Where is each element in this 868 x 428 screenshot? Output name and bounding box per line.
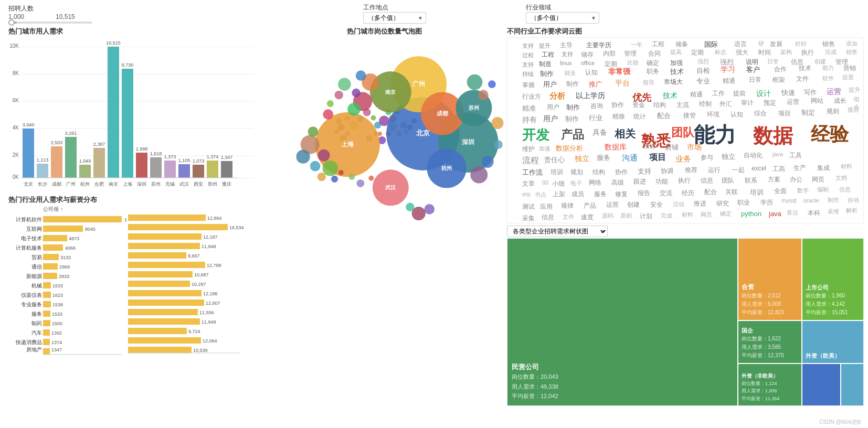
word-ceshi: 测试 [522,202,535,211]
word-wenzhang: 文章 [522,179,535,188]
word-peihe2: 配合 [704,188,717,197]
treemap-dropdown[interactable]: 各类型企业招聘需求树状图 [507,226,608,237]
svg-point-230 [424,204,435,215]
word-shengchan: 生产 [793,164,806,173]
svg-text:成都: 成都 [52,181,61,187]
treemap-cell-stat2: 用人需求：49,338 [512,382,733,392]
word-shenjia: 审计 [741,99,754,108]
word-fasong: 发展 [770,40,782,49]
word-zijin: 自检 [696,66,710,76]
svg-rect-124 [128,262,205,268]
word-zhichi4: 精通 [690,90,703,99]
svg-text:深圳: 深圳 [137,181,146,187]
word-dongzuo: 定期 [691,48,704,57]
svg-text:计算机软件: 计算机软件 [16,217,42,222]
svg-text:3,940: 3,940 [23,122,35,127]
word-support: 支持 [522,42,534,50]
word-guocheng: 过程 [522,51,534,59]
word-quyi: 确定 [647,59,659,68]
svg-point-200 [323,160,338,176]
word-huanjing: 环境 [707,110,719,119]
svg-text:深圳: 深圳 [462,138,474,145]
svg-rect-86 [43,301,51,307]
word-jishu2: 支持 [522,61,534,69]
word-biaozhun: 标志 [715,48,726,56]
word-zhizhi: 制作 [566,80,579,89]
slider-thumb[interactable] [8,19,15,26]
svg-text:3,261: 3,261 [65,131,77,136]
bubble-chart-area: 北京 上海 广州 深圳 成都 南京 杭州 [263,37,505,226]
svg-text:1392: 1392 [51,330,62,336]
treemap-cell-shangshi: 上市公司 岗位数量：1,960 用人需求：4,142 平均薪资：15,051 [802,239,863,320]
word-guanlian: 关联 [725,188,738,197]
word-zhizao: 制作 [540,69,554,79]
svg-text:广州: 广州 [66,181,76,187]
word-wenjian: 文件 [796,74,809,83]
word-yewu: 业务 [675,154,691,164]
industry-dropdown[interactable]: （多个值） [526,12,599,24]
word-zhidao2: 指导 [643,79,654,87]
word-xiangmu3: 项目 [778,109,791,118]
word-queding: 确定 [720,210,732,218]
svg-text:计算机服务: 计算机服务 [16,245,42,251]
word-haohao: 好好 [795,40,807,48]
word-mysql2: mysql [781,197,797,204]
word-yueding: 预定 [764,99,776,108]
svg-text:1,073: 1,073 [193,158,205,164]
word-xiangguan: 相关 [615,127,636,141]
svg-point-222 [323,109,333,120]
svg-text:6K: 6K [13,98,19,103]
word-shezhi2: 设置 [842,73,854,81]
svg-rect-142 [128,347,192,353]
word-jingqian: 精准 [522,104,536,113]
svg-point-209 [470,166,488,184]
svg-point-201 [318,149,330,162]
word-chanpin2: 产品 [584,201,596,210]
svg-text:11,556: 11,556 [199,310,214,315]
word-zhiwu: 职务 [647,67,659,76]
word-fuwu2: 服务 [594,190,607,199]
word-erp: erp [522,191,531,197]
svg-text:上海: 上海 [123,181,132,187]
hbar-section-title: 热门行业用人需求与薪资分布 [4,193,261,206]
svg-rect-62 [43,226,83,232]
svg-text:9,667: 9,667 [188,253,200,259]
word-jubei: 具备 [592,128,607,137]
word-shoujia: 上架 [553,190,565,199]
svg-text:0K: 0K [13,174,19,180]
svg-point-210 [482,156,494,168]
svg-rect-134 [128,309,198,315]
svg-text:合肥: 合肥 [94,181,104,187]
svg-text:9,724: 9,724 [188,329,200,334]
svg-text:通信: 通信 [31,264,42,270]
word-zhichi3: 支持 [562,50,573,58]
svg-text:2,503: 2,503 [51,140,63,145]
svg-text:1,618: 1,618 [150,151,162,156]
word-zhudao: 主导 [560,41,573,50]
svg-text:4K: 4K [13,125,19,131]
word-yanjiu3: 研究 [716,199,729,208]
svg-point-216 [352,89,360,97]
word-tigao: 提高 [670,48,682,56]
svg-text:2K: 2K [13,152,19,158]
word-zhizuol: 制作 [828,196,839,204]
word-chichi: 持续 [522,70,534,78]
word-guili: 规律 [561,201,574,210]
svg-text:8045: 8045 [85,227,96,232]
svg-rect-128 [128,281,190,287]
word-gonggao2: 协作 [611,101,624,110]
word-yuanze: 原则 [620,212,632,220]
svg-rect-12 [23,129,34,178]
svg-text:汽车: 汽车 [31,330,42,336]
svg-rect-48 [193,165,204,178]
word-gongneng2: 功能 [655,177,668,186]
word-gonggao3: 工高 [772,165,785,174]
treemap-cell-teal2 [841,364,863,405]
location-dropdown[interactable]: （多个值） [363,12,426,24]
word-canyu: 参与 [701,153,713,162]
svg-text:快递消费品: 快递消费品 [15,339,42,345]
svg-point-205 [338,170,344,175]
word-wangcheng: 完成 [661,212,672,220]
svg-text:2,387: 2,387 [93,142,105,147]
word-renzhi2: 认知 [731,110,743,119]
